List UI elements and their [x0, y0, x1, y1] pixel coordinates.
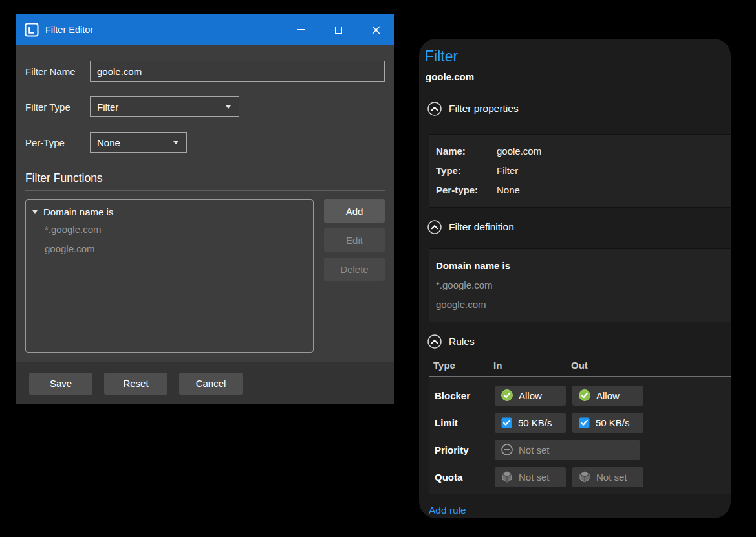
per-type-label: Per-Type [25, 137, 90, 148]
tree-root-label: Domain name is [43, 206, 113, 217]
collapse-chevron-up-icon[interactable] [427, 102, 442, 116]
quota-in-button[interactable]: Not set [495, 467, 566, 487]
editor-body: Filter Name Filter Type Filter Per-Type … [16, 45, 394, 353]
limit-out-button[interactable]: 50 KB/s [572, 413, 643, 433]
rule-type-label: Limit [435, 417, 495, 428]
blocker-in-button[interactable]: Allow [495, 386, 566, 406]
definition-title: Domain name is [436, 256, 731, 276]
filter-definition-section-toggle[interactable]: Filter definition [427, 220, 731, 234]
blocker-out-button[interactable]: Allow [572, 386, 643, 406]
cancel-button[interactable]: Cancel [179, 373, 243, 395]
filter-name-label: Filter Name [25, 66, 90, 77]
property-row: Per-type: None [436, 181, 731, 200]
definition-item: *.google.com [436, 276, 731, 295]
quota-out-value: Not set [596, 472, 627, 483]
rule-type-label: Priority [435, 444, 495, 455]
filter-type-value: Filter [97, 102, 118, 113]
property-row: Name: goole.com [436, 142, 731, 161]
priority-value: Not set [519, 444, 550, 455]
quota-out-button[interactable]: Not set [572, 467, 643, 487]
filter-properties-box: Name: goole.com Type: Filter Per-type: N… [429, 134, 731, 208]
filter-info-panel: Filter goole.com Filter properties Name:… [419, 39, 731, 518]
blocker-out-value: Allow [596, 390, 620, 401]
priority-button[interactable]: Not set [495, 440, 640, 460]
per-type-dropdown[interactable]: None [90, 132, 187, 153]
delete-button[interactable]: Delete [324, 258, 385, 281]
table-row: Quota Not set [435, 463, 731, 490]
property-value: goole.com [497, 142, 541, 161]
column-header-in: In [493, 360, 571, 371]
list-item[interactable]: google.com [26, 239, 313, 259]
filter-type-dropdown[interactable]: Filter [90, 96, 239, 117]
blocker-in-value: Allow [519, 390, 542, 401]
definition-item: google.com [436, 295, 731, 314]
property-label: Per-type: [436, 181, 497, 200]
chevron-down-icon [173, 141, 178, 144]
add-button[interactable]: Add [324, 199, 385, 223]
rule-type-label: Blocker [435, 390, 495, 401]
collapse-chevron-up-icon[interactable] [427, 334, 442, 349]
rules-table: Blocker Allow [429, 376, 731, 494]
filter-properties-header: Filter properties [449, 103, 519, 115]
allow-check-icon [501, 389, 513, 401]
property-label: Type: [436, 161, 497, 181]
filter-type-label: Filter Type [25, 102, 90, 113]
filter-properties-section-toggle[interactable]: Filter properties [427, 102, 731, 116]
table-row: Priority Not set [435, 436, 731, 463]
rules-header: Rules [449, 336, 475, 347]
minimize-button[interactable] [282, 14, 319, 45]
rules-section-toggle[interactable]: Rules [427, 334, 731, 349]
reset-button[interactable]: Reset [104, 373, 167, 395]
panel-subtitle: goole.com [426, 71, 731, 82]
list-item[interactable]: *.google.com [26, 220, 313, 239]
filter-definition-box: Domain name is *.google.com google.com [429, 248, 731, 322]
desktop: Filter Editor Filter Name Filter Type Fi… [0, 0, 756, 537]
table-row: Blocker Allow [435, 382, 731, 409]
quota-in-value: Not set [519, 472, 550, 483]
panel-title: Filter [425, 48, 731, 65]
checkbox-checked-icon [501, 417, 512, 428]
property-label: Name: [436, 142, 497, 161]
property-row: Type: Filter [436, 161, 731, 181]
titlebar[interactable]: Filter Editor [16, 14, 394, 45]
netlimiter-logo-icon [25, 23, 39, 37]
per-type-value: None [97, 137, 120, 148]
save-button[interactable]: Save [29, 373, 92, 395]
rules-column-headers: Type In Out [433, 360, 731, 371]
table-row: Limit 50 KB/s [435, 409, 731, 436]
column-header-type: Type [433, 360, 493, 371]
minus-circle-icon [501, 444, 513, 455]
allow-check-icon [579, 389, 590, 401]
add-rule-link[interactable]: Add rule [429, 505, 466, 516]
checkbox-checked-icon [579, 417, 590, 428]
tree-root-item[interactable]: Domain name is [26, 204, 313, 220]
quota-hexagon-icon [501, 471, 513, 483]
edit-button[interactable]: Edit [324, 228, 385, 252]
quota-hexagon-icon [579, 471, 590, 483]
limit-in-value: 50 KB/s [518, 417, 552, 428]
filter-editor-window: Filter Editor Filter Name Filter Type Fi… [16, 14, 394, 404]
expander-icon[interactable] [32, 210, 38, 214]
filter-functions-list[interactable]: Domain name is *.google.com google.com [25, 199, 314, 353]
filter-functions-header: Filter Functions [25, 171, 385, 191]
close-button[interactable] [357, 14, 394, 45]
filter-definition-header: Filter definition [449, 221, 514, 233]
limit-in-button[interactable]: 50 KB/s [495, 413, 566, 433]
maximize-button[interactable] [319, 14, 357, 45]
chevron-down-icon [226, 105, 231, 109]
property-value: None [497, 181, 520, 200]
collapse-chevron-up-icon[interactable] [427, 220, 442, 234]
editor-footer: Save Reset Cancel [16, 362, 394, 404]
column-header-out: Out [571, 360, 588, 371]
limit-out-value: 50 KB/s [596, 417, 630, 428]
property-value: Filter [497, 161, 518, 181]
rule-type-label: Quota [435, 472, 495, 483]
window-title: Filter Editor [45, 25, 282, 35]
filter-name-input[interactable] [90, 61, 385, 82]
